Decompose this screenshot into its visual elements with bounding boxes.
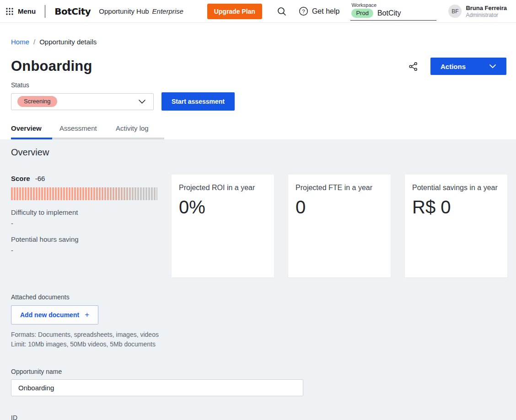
share-icon [408, 61, 419, 72]
breadcrumb-home-link[interactable]: Home [11, 38, 29, 46]
fte-card: Projected FTE in a year 0 [288, 175, 391, 277]
fte-card-value: 0 [296, 197, 383, 218]
formats-hint: Formats: Documents, spreadsheets, images… [11, 331, 505, 338]
topbar-right: Upgrade Plan ? Get help [207, 2, 507, 21]
status-badge: Screening [17, 96, 57, 107]
workspace-name: BotCity [377, 9, 401, 17]
difficulty-metric: Difficulty to implement - [11, 208, 172, 227]
workspace-selector[interactable]: Workspace Prod BotCity [350, 2, 436, 21]
hours-saving-value: - [11, 246, 172, 254]
actions-button-label: Actions [441, 63, 466, 70]
upgrade-plan-button[interactable]: Upgrade Plan [207, 4, 262, 19]
overview-heading: Overview [11, 147, 505, 158]
search-icon [277, 6, 287, 16]
roi-card: Projected ROI in a year 0% [172, 175, 274, 277]
tab-activity-log[interactable]: Activity log [116, 122, 164, 138]
chevron-down-icon [489, 64, 496, 69]
start-assessment-button[interactable]: Start assessment [161, 92, 235, 111]
hours-saving-metric: Potential hours saving - [11, 235, 172, 254]
app-name: Opportunity Hub [99, 7, 149, 15]
opportunity-name-label: Opportunity name [11, 368, 505, 375]
score-value: -66 [35, 175, 45, 182]
app-edition-badge: Enterprise [152, 7, 183, 15]
limit-hint: Limit: 10Mb images, 50Mb videos, 5Mb doc… [11, 340, 505, 348]
id-label: ID [11, 414, 505, 420]
grid-menu-icon [5, 7, 14, 16]
topbar-divider [45, 5, 45, 18]
roi-card-title: Projected ROI in a year [179, 182, 267, 193]
tab-overview[interactable]: Overview [11, 122, 59, 138]
fte-card-title: Projected FTE in a year [296, 182, 383, 193]
status-label: Status [0, 75, 516, 89]
breadcrumb-current: Opportunity details [39, 38, 97, 46]
id-field-block: ID [11, 414, 505, 420]
avatar: BF [448, 5, 462, 18]
add-new-document-label: Add new document [20, 311, 79, 319]
kpi-cards: Projected ROI in a year 0% Projected FTE… [172, 175, 507, 277]
score-column: Score -66 Difficulty to implement - Pote… [11, 175, 172, 277]
user-menu[interactable]: BF Bruna Ferreira Administrator [448, 5, 507, 18]
tab-bar: Overview Assessment Activity log [0, 111, 516, 138]
get-help-button[interactable]: ? Get help [299, 6, 339, 16]
breadcrumb-separator: / [33, 38, 35, 46]
user-name: Bruna Ferreira [466, 5, 507, 11]
opportunity-details-page: Menu BotCity Opportunity Hub Enterprise … [0, 0, 516, 420]
difficulty-value: - [11, 219, 172, 227]
botcity-logo: BotCity [54, 6, 91, 17]
overview-section: Overview Score -66 Difficulty to impleme… [0, 139, 516, 420]
add-new-document-button[interactable]: Add new document + [11, 305, 98, 324]
top-bar: Menu BotCity Opportunity Hub Enterprise … [0, 0, 516, 23]
page-title: Onboarding [11, 58, 92, 74]
savings-card: Potential savings in a year R$ 0 [405, 175, 507, 277]
get-help-label: Get help [312, 7, 339, 16]
hours-saving-label: Potential hours saving [11, 235, 172, 243]
attached-documents-label: Attached documents [11, 293, 505, 301]
user-role: Administrator [466, 12, 507, 18]
score-bar [11, 187, 157, 200]
environment-badge: Prod [351, 9, 373, 18]
chevron-down-icon [138, 99, 146, 104]
actions-button[interactable]: Actions [430, 58, 506, 75]
attached-documents-block: Attached documents Add new document + Fo… [11, 293, 505, 348]
plus-icon: + [85, 310, 89, 319]
share-button[interactable] [408, 61, 419, 72]
status-dropdown[interactable]: Screening [11, 93, 154, 110]
opportunity-name-input[interactable] [11, 379, 303, 396]
tab-assessment[interactable]: Assessment [59, 122, 116, 138]
svg-text:?: ? [302, 9, 305, 14]
roi-card-value: 0% [179, 197, 267, 218]
savings-card-value: R$ 0 [412, 197, 500, 218]
difficulty-label: Difficulty to implement [11, 208, 172, 216]
help-circle-icon: ? [299, 6, 308, 16]
metrics-and-cards-row: Score -66 Difficulty to implement - Pote… [11, 175, 505, 277]
search-button[interactable] [277, 6, 287, 16]
breadcrumb: Home / Opportunity details [0, 23, 516, 46]
title-row: Onboarding Actions [0, 46, 516, 75]
menu-label: Menu [18, 7, 36, 15]
status-row: Screening Start assessment [0, 89, 516, 111]
score-label: Score [11, 175, 30, 182]
opportunity-name-field-block: Opportunity name [11, 368, 505, 396]
menu-button[interactable]: Menu [5, 7, 36, 16]
savings-card-title: Potential savings in a year [412, 182, 500, 193]
workspace-label: Workspace [351, 2, 435, 8]
